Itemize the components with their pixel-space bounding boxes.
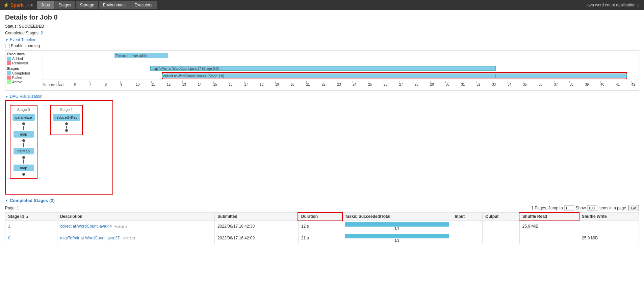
- dag-stage0-title: Stage 0: [12, 108, 35, 112]
- row2-desc-link[interactable]: mapToPair at WordCount.java:37: [60, 236, 120, 240]
- status-section: Status: SUCCEEDED: [5, 24, 639, 29]
- tick-19: 19: [275, 81, 279, 86]
- stage1-bar-ext: [496, 74, 627, 78]
- completed-stages-title[interactable]: Completed Stages (2): [5, 198, 639, 203]
- spark-version: 3.0.0: [26, 3, 33, 7]
- tick-22: 22: [322, 81, 326, 86]
- timeline-bars: Executor driver added mapToPair at WordC…: [43, 52, 639, 89]
- row2-progress-text: 1/1: [345, 239, 449, 242]
- row1-details[interactable]: +details: [114, 224, 127, 228]
- go-button[interactable]: Go: [628, 205, 639, 211]
- enable-zoom-label: Enable zooming: [11, 43, 40, 48]
- navbar-brand: ⚡ Spark 3.0.0: [3, 2, 33, 8]
- th-output-label: Output: [485, 214, 498, 219]
- items-label: items in a page.: [599, 206, 627, 210]
- tick-20: 20: [291, 81, 294, 86]
- nav-stages[interactable]: Stages: [54, 1, 75, 9]
- dag-dot-5: [65, 122, 68, 125]
- th-output[interactable]: Output: [483, 213, 520, 221]
- row2-description: mapToPair at WordCount.java:37 +details: [57, 232, 214, 244]
- th-tasks-label: Tasks: Succeeded/Total: [345, 214, 390, 219]
- row1-stage-id: 1: [5, 221, 57, 232]
- legend-failed: Failed: [7, 76, 43, 80]
- th-tasks[interactable]: Tasks: Succeeded/Total: [342, 213, 452, 221]
- page-title: Details for Job 0: [5, 13, 639, 21]
- jump-to-input[interactable]: [564, 205, 574, 211]
- legend-col: Executors Added Removed Stages Completed: [5, 52, 43, 89]
- dag-dot-4: [22, 173, 25, 176]
- dag-dot-6: [65, 129, 68, 132]
- brand-name: Spark: [10, 2, 24, 8]
- stage1-bar: collect at WordCount.java:44 (Stage 1.0): [162, 74, 496, 78]
- tick-18: 18: [260, 81, 263, 86]
- row2-output: [483, 232, 520, 244]
- tick-27: 27: [399, 81, 403, 86]
- dag-title[interactable]: DAG Visualization: [5, 94, 639, 99]
- row2-progress-fill: [345, 234, 449, 238]
- row1-stage-link[interactable]: 1: [8, 224, 10, 229]
- tick-28: 28: [415, 81, 418, 86]
- nav-storage[interactable]: Storage: [76, 1, 98, 9]
- th-duration-label: Duration: [301, 214, 318, 219]
- stages-tbody: 1 collect at WordCount.java:44 +details …: [5, 221, 639, 244]
- row2-tasks: 1/1: [342, 232, 452, 244]
- tick-36: 36: [539, 81, 542, 86]
- app-title: java word count application UI: [587, 3, 641, 7]
- timeline-legend: Executors Added Removed Stages Completed: [5, 51, 639, 90]
- th-duration[interactable]: Duration: [298, 213, 342, 221]
- tick-38: 38: [569, 81, 573, 86]
- row1-desc-link[interactable]: collect at WordCount.java:44: [60, 224, 112, 229]
- table-row: 0 mapToPair at WordCount.java:37 +detail…: [5, 232, 639, 244]
- tick-16: 16: [229, 81, 232, 86]
- stages-legend-title: Stages: [7, 66, 43, 70]
- tick-7: 7: [89, 81, 92, 86]
- nav-executors[interactable]: Executors: [130, 1, 156, 9]
- th-submitted-label: Submitted: [217, 214, 237, 219]
- th-stage-id[interactable]: Stage Id ▲: [5, 213, 57, 221]
- th-shuffle-read-label: Shuffle Read: [522, 214, 547, 219]
- completed-stages-section: Completed Stages (2) Page: 1 1 Pages, Ju…: [5, 198, 639, 244]
- table-row: 1 collect at WordCount.java:44 +details …: [5, 221, 639, 232]
- dag-section: DAG Visualization Stage 0 parallelize ma…: [5, 94, 639, 195]
- time-start-label: 17 June 16:42: [43, 83, 64, 87]
- row2-details[interactable]: +details: [122, 236, 135, 240]
- tick-40: 40: [600, 81, 604, 86]
- event-timeline-title[interactable]: Event Timeline: [5, 37, 639, 42]
- event-timeline-section: Event Timeline Enable zooming Executors …: [5, 37, 639, 91]
- nav-jobs[interactable]: Jobs: [37, 1, 54, 9]
- th-shuffle-write[interactable]: Shuffle Write: [579, 213, 639, 221]
- row2-stage-link[interactable]: 0: [8, 236, 10, 240]
- row1-progress-container: [345, 222, 449, 227]
- completed-color: [7, 71, 11, 75]
- completed-label: Completed: [12, 71, 30, 75]
- tick-35: 35: [523, 81, 527, 86]
- enable-zoom-checkbox[interactable]: [5, 44, 9, 48]
- completed-stages-link[interactable]: 2: [41, 31, 43, 35]
- row1-tasks: 1/1: [342, 221, 452, 232]
- stage0-bar: mapToPair at WordCount.java:37 (Stage 0.…: [150, 66, 496, 71]
- th-input-label: Input: [455, 214, 465, 219]
- row1-progress-text: 1/1: [345, 227, 449, 231]
- th-description[interactable]: Description: [57, 213, 214, 221]
- dag-stage-0: Stage 0 parallelize map flatMap map: [10, 105, 37, 179]
- pagination-row: Page: 1 1 Pages, Jump to Show items in a…: [5, 205, 639, 211]
- nav-environment[interactable]: Environment: [99, 1, 130, 9]
- table-header-row: Stage Id ▲ Description Submitted Duratio…: [5, 213, 639, 221]
- th-input[interactable]: Input: [452, 213, 482, 221]
- main-content: Details for Job 0 Status: SUCCEEDED Comp…: [0, 10, 644, 248]
- dag-stage1-nodes: reduceByKey: [53, 113, 80, 133]
- legend-active: Active: [7, 80, 43, 84]
- tick-31: 31: [461, 81, 465, 86]
- show-input[interactable]: [587, 205, 597, 211]
- row2-shuffle-read: [519, 232, 579, 244]
- pagination-info: 1 Pages, Jump to: [531, 206, 563, 210]
- row1-input: [452, 221, 482, 232]
- dag-dot-1: [22, 122, 25, 125]
- dag-stage-1: Stage 1 reduceByKey: [50, 105, 83, 135]
- legend-completed: Completed: [7, 71, 43, 75]
- dag-node-map1: map: [14, 131, 34, 138]
- th-shuffle-read[interactable]: Shuffle Read: [519, 213, 579, 221]
- dag-node-flatmap: flatMap: [14, 148, 34, 154]
- th-submitted[interactable]: Submitted: [215, 213, 299, 221]
- page-label: Page:: [5, 206, 16, 210]
